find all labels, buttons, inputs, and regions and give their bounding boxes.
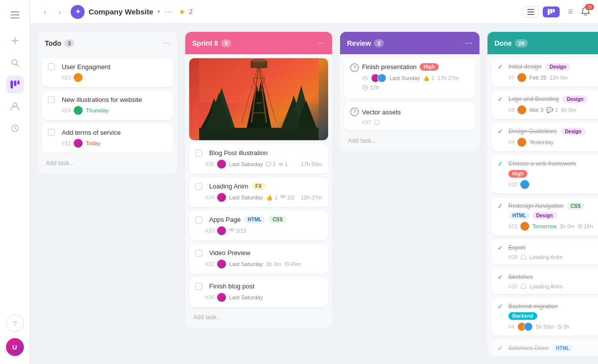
task-title: Add terms of service <box>62 129 121 136</box>
table-row[interactable]: ✓ Backend migration Backend #4 5h 50m <box>491 298 598 336</box>
svg-rect-52 <box>232 229 234 231</box>
back-button[interactable]: ‹ <box>38 5 52 19</box>
add-task-todo[interactable]: Add task... <box>42 157 173 170</box>
chevron-down-icon[interactable]: ▾ <box>157 8 160 15</box>
table-row[interactable]: Finish blog post #36 Last Saturday <box>189 277 328 307</box>
task-id: #34 <box>205 194 214 200</box>
sprint-more-icon[interactable]: ··· <box>318 38 325 48</box>
done-body: ✓ Initial design Design #7 Feb 25 12h 0m… <box>487 54 598 356</box>
board-view-button[interactable] <box>543 6 560 17</box>
clock-icon <box>362 85 368 91</box>
notification-button[interactable]: 25 <box>581 6 590 17</box>
table-row[interactable]: Video Preview #32 Last Saturday 2h 3m 45… <box>189 244 328 273</box>
svg-rect-16 <box>527 14 534 15</box>
table-row[interactable]: Apps Page HTML CSS #33 3/15 <box>189 211 328 240</box>
table-row[interactable]: New illustrations for website #24 Thursd… <box>42 91 173 120</box>
svg-line-61 <box>580 226 581 227</box>
task-avatar <box>217 226 226 235</box>
main-content: ‹ › ✦ Company Website ▾ ··· ★ 2 ≡ 25 Tod… <box>30 0 598 364</box>
sidebar-item-collapse[interactable] <box>6 6 24 24</box>
add-task-sprint[interactable]: Add task... <box>189 311 328 324</box>
table-row[interactable]: ✓ Initial design Design #7 Feb 25 12h 0m <box>491 58 598 87</box>
table-row[interactable]: User Engagment #23 <box>42 58 173 87</box>
subtask-count: 3/15 <box>229 228 246 234</box>
task-title: New illustrations for website <box>62 96 142 103</box>
sidebar-item-board[interactable] <box>6 76 24 93</box>
table-row[interactable]: ? Finish presentation High #5 <box>344 58 476 98</box>
task-checkbox[interactable] <box>48 129 55 136</box>
forward-button[interactable]: › <box>53 5 67 19</box>
task-checkbox[interactable] <box>195 150 202 157</box>
app-logo: ✦ <box>71 5 85 19</box>
like-count: 👍 1 <box>423 75 434 82</box>
task-avatar <box>517 105 526 114</box>
task-id: #37 <box>362 119 371 125</box>
task-status-icon: ? <box>350 107 359 116</box>
table-row[interactable]: ✓ Export #39 Loading Anim <box>491 239 598 265</box>
add-task-review[interactable]: Add task... <box>344 134 476 147</box>
task-avatar <box>520 180 529 189</box>
task-title: Loading Anim <box>209 182 248 190</box>
task-id: #7 <box>508 75 514 81</box>
task-checkbox[interactable] <box>195 250 202 257</box>
board: Todo 3 ··· User Engagment #23 <box>30 24 598 364</box>
table-row[interactable]: ✓ Choose a web framework High #10 <box>491 155 598 193</box>
review-more-icon[interactable]: ··· <box>465 38 473 48</box>
task-checkbox[interactable] <box>195 183 202 190</box>
table-row[interactable]: ✓ Design Guidelines Design #9 Yesterday <box>491 123 598 151</box>
task-title: Finish presentation <box>362 63 417 71</box>
task-checkbox[interactable] <box>195 216 202 223</box>
sidebar-item-add[interactable] <box>6 32 24 50</box>
review-count: 2 <box>374 39 384 47</box>
task-time: 17h 59m <box>301 161 322 167</box>
svg-rect-7 <box>10 81 13 89</box>
task-time: 6h 0m <box>561 107 577 113</box>
review-column: Review 2 ··· ? Finish presentation High <box>340 32 479 151</box>
table-row[interactable]: Loading Anim FX #34 Last Saturday 👍 1 2/… <box>189 178 328 207</box>
star-icon[interactable]: ★ <box>179 7 185 16</box>
list-view-button[interactable] <box>523 6 539 17</box>
check-icon: ✓ <box>497 244 503 252</box>
task-checkbox[interactable] <box>48 63 55 70</box>
project-title: Company Website <box>89 7 153 16</box>
task-tag: Design <box>546 63 570 71</box>
sidebar-item-help[interactable]: ? <box>6 314 24 332</box>
task-priority-tag: High <box>508 170 527 178</box>
table-row[interactable]: ✓ Sketches #30 Loading Anim <box>491 269 598 294</box>
task-title: Initial design <box>508 63 542 70</box>
task-checkbox[interactable] <box>48 96 55 103</box>
svg-rect-15 <box>527 11 534 12</box>
todo-title: Todo <box>45 39 61 47</box>
titlebar: ‹ › ✦ Company Website ▾ ··· ★ 2 ≡ 25 <box>30 0 598 24</box>
sprint-image-card[interactable] <box>189 58 328 140</box>
bell-icon <box>520 254 526 260</box>
task-date: Last Sunday <box>389 75 420 81</box>
comment-count: 3 <box>266 161 275 167</box>
task-tag-html: HTML <box>508 212 530 219</box>
sidebar-item-people[interactable] <box>6 97 24 115</box>
table-row[interactable]: Blog Post illustration #35 Last Saturday… <box>189 144 328 174</box>
todo-more-icon[interactable]: ··· <box>163 38 170 48</box>
task-title: Blog Post illustration <box>209 149 268 157</box>
task-time: 17h 27m <box>438 75 459 81</box>
task-id: #32 <box>205 261 214 267</box>
task-time: 12h 0m <box>550 75 568 81</box>
sprint-count: 5 <box>221 39 231 47</box>
table-row[interactable]: ✓ Solutions Done HTML <box>491 340 598 356</box>
svg-rect-8 <box>14 81 16 86</box>
check-icon: ✓ <box>497 202 503 210</box>
user-avatar[interactable]: U <box>6 338 24 356</box>
more-options-icon[interactable]: ··· <box>165 6 173 17</box>
task-checkbox[interactable] <box>195 283 202 290</box>
table-row[interactable]: Add terms of service #31 Today <box>42 124 173 153</box>
sidebar-item-clock[interactable] <box>6 119 24 137</box>
done-column: Done 24 ··· ✓ Initial design Design #7 F… <box>487 32 598 356</box>
table-row[interactable]: ? Vector assets #37 <box>344 102 476 130</box>
table-row[interactable]: ✓ Logo and Branding Design #8 Mar 3 💬 1 … <box>491 91 598 119</box>
sidebar-item-search[interactable] <box>6 54 24 72</box>
todo-header: Todo 3 ··· <box>38 32 177 54</box>
task-avatar <box>217 293 226 302</box>
task-title: Logo and Branding <box>508 95 559 102</box>
more-menu-button[interactable]: ≡ <box>564 4 577 19</box>
table-row[interactable]: ✓ Redesign Navigation CSS HTML Design #2… <box>491 197 598 235</box>
